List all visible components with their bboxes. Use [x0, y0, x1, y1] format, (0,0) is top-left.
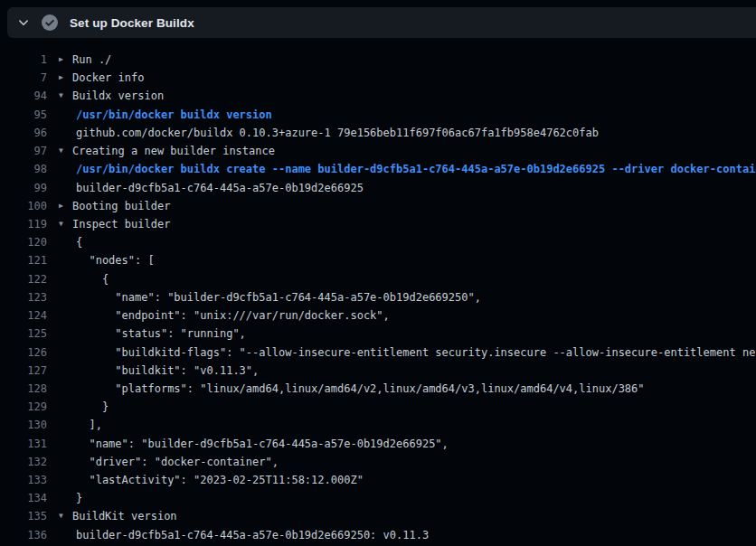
group-title: Buildx version: [72, 89, 164, 102]
log-text: "buildkitd-flags": "--allow-insecure-ent…: [76, 346, 756, 359]
line-number[interactable]: 7: [0, 69, 47, 87]
log-line[interactable]: 133 "lastActivity": "2023-02-25T11:58:12…: [0, 471, 756, 489]
log-lines: 1▶Run ./7▶Docker info94▼Buildx version95…: [0, 38, 756, 544]
line-number[interactable]: 95: [0, 106, 47, 124]
line-number[interactable]: 128: [0, 380, 47, 398]
line-number[interactable]: 125: [0, 325, 47, 343]
log-line[interactable]: 124 "endpoint": "unix:///var/run/docker.…: [0, 306, 756, 325]
line-number[interactable]: 120: [0, 233, 47, 251]
log-group-line[interactable]: 94▼Buildx version: [0, 87, 756, 105]
log-line[interactable]: 128 "platforms": "linux/amd64,linux/amd6…: [0, 380, 756, 398]
log-text: github.com/docker/buildx 0.10.3+azure-1 …: [76, 127, 599, 139]
log-text: {: [76, 273, 109, 286]
log-line[interactable]: 98/usr/bin/docker buildx create --name b…: [0, 160, 756, 178]
log-group-line[interactable]: 97▼Creating a new builder instance: [0, 142, 756, 160]
group-title: Inspect builder: [72, 218, 170, 231]
log-group-line[interactable]: 135▼BuildKit version: [0, 507, 756, 525]
caret-down-icon[interactable]: ▼: [59, 507, 63, 525]
log-line[interactable]: 131 "name": "builder-d9cfb5a1-c764-445a-…: [0, 435, 756, 453]
log-text: "buildkit": "v0.11.3",: [76, 364, 259, 377]
log-line[interactable]: 99builder-d9cfb5a1-c764-445a-a57e-0b19d2…: [0, 179, 756, 197]
caret-right-icon[interactable]: ▶: [59, 197, 63, 215]
log-text: "driver": "docker-container",: [76, 456, 279, 468]
step-title: Set up Docker Buildx: [70, 16, 194, 30]
log-line[interactable]: 132 "driver": "docker-container",: [0, 453, 756, 471]
log-line[interactable]: 123 "name": "builder-d9cfb5a1-c764-445a-…: [0, 288, 756, 306]
log-text: "status": "running",: [76, 327, 246, 340]
line-number[interactable]: 124: [0, 306, 47, 325]
log-text: "name": "builder-d9cfb5a1-c764-445a-a57e…: [76, 438, 449, 450]
line-number[interactable]: 98: [0, 160, 47, 178]
group-title: Creating a new builder instance: [72, 145, 275, 157]
log-text: "endpoint": "unix:///var/run/docker.sock…: [76, 309, 390, 322]
line-number[interactable]: 126: [0, 344, 47, 362]
line-number[interactable]: 136: [0, 526, 47, 544]
group-title: Docker info: [72, 71, 144, 84]
log-line[interactable]: 125 "status": "running",: [0, 325, 756, 343]
caret-right-icon[interactable]: ▶: [59, 51, 63, 69]
log-text: "lastActivity": "2023-02-25T11:58:12.000…: [76, 474, 364, 486]
log-line[interactable]: 121 "nodes": [: [0, 251, 756, 269]
log-line[interactable]: 130 ],: [0, 416, 756, 434]
command-text: /usr/bin/docker buildx create --name bui…: [76, 163, 756, 175]
group-title: Booting builder: [72, 200, 170, 212]
log-text: "nodes": [: [76, 254, 155, 267]
chevron-down-icon[interactable]: [17, 16, 30, 29]
log-group-line[interactable]: 100▶Booting builder: [0, 197, 756, 215]
log-group-line[interactable]: 1▶Run ./: [0, 51, 756, 69]
step-header[interactable]: Set up Docker Buildx: [7, 7, 756, 38]
log-line[interactable]: 136builder-d9cfb5a1-c764-445a-a57e-0b19d…: [0, 526, 756, 544]
line-number[interactable]: 97: [0, 142, 47, 160]
log-group-line[interactable]: 119▼Inspect builder: [0, 215, 756, 233]
log-line[interactable]: 96github.com/docker/buildx 0.10.3+azure-…: [0, 124, 756, 142]
line-number[interactable]: 94: [0, 87, 47, 105]
line-number[interactable]: 130: [0, 416, 47, 434]
line-number[interactable]: 99: [0, 179, 47, 197]
line-number[interactable]: 119: [0, 215, 47, 233]
log-line[interactable]: 127 "buildkit": "v0.11.3",: [0, 362, 756, 380]
caret-right-icon[interactable]: ▶: [59, 69, 63, 87]
group-title: BuildKit version: [72, 510, 177, 522]
line-number[interactable]: 1: [0, 51, 47, 69]
line-number[interactable]: 123: [0, 288, 47, 306]
log-line[interactable]: 129 }: [0, 398, 756, 416]
log-line[interactable]: 120{: [0, 233, 756, 251]
line-number[interactable]: 131: [0, 435, 47, 453]
caret-down-icon[interactable]: ▼: [59, 215, 63, 233]
log-text: ],: [76, 419, 102, 431]
line-number[interactable]: 100: [0, 197, 47, 215]
line-number[interactable]: 134: [0, 489, 47, 507]
group-title: Run ./: [72, 53, 111, 66]
log-text: "name": "builder-d9cfb5a1-c764-445a-a57e…: [76, 291, 481, 304]
log-line[interactable]: 134}: [0, 489, 756, 507]
line-number[interactable]: 127: [0, 362, 47, 380]
line-number[interactable]: 132: [0, 453, 47, 471]
log-line[interactable]: 122 {: [0, 270, 756, 288]
log-text: builder-d9cfb5a1-c764-445a-a57e-0b19d2e6…: [76, 529, 429, 541]
log-text: }: [76, 400, 109, 413]
log-text: {: [76, 236, 82, 249]
log-text: "platforms": "linux/amd64,linux/amd64/v2…: [76, 382, 645, 395]
line-number[interactable]: 133: [0, 471, 47, 489]
caret-down-icon[interactable]: ▼: [59, 142, 63, 160]
line-number[interactable]: 96: [0, 124, 47, 142]
command-text: /usr/bin/docker buildx version: [76, 108, 272, 121]
log-line[interactable]: 95/usr/bin/docker buildx version: [0, 106, 756, 124]
line-number[interactable]: 129: [0, 398, 47, 416]
line-number[interactable]: 122: [0, 270, 47, 288]
check-circle-icon: [42, 14, 58, 31]
log-group-line[interactable]: 7▶Docker info: [0, 69, 756, 87]
log-text: builder-d9cfb5a1-c764-445a-a57e-0b19d2e6…: [76, 182, 364, 194]
line-number[interactable]: 135: [0, 507, 47, 525]
log-text: }: [76, 492, 82, 504]
log-line[interactable]: 126 "buildkitd-flags": "--allow-insecure…: [0, 344, 756, 362]
caret-down-icon[interactable]: ▼: [59, 87, 63, 105]
line-number[interactable]: 121: [0, 251, 47, 269]
